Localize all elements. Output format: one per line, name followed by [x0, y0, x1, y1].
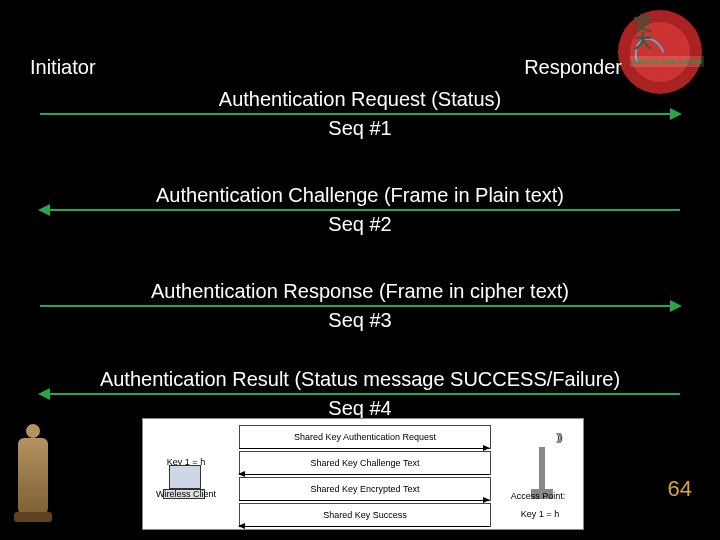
message-2: Authentication Challenge (Frame in Plain…	[40, 184, 680, 236]
message-3-label: Authentication Response (Frame in cipher…	[40, 280, 680, 303]
inset-row-3: Shared Key Encrypted Text	[239, 477, 491, 501]
inset-arrow-left-icon	[239, 526, 489, 527]
inset-arrow-left-icon	[239, 474, 489, 475]
arrow-left-icon	[40, 393, 680, 395]
message-1-label: Authentication Request (Status)	[40, 88, 680, 111]
inset-arrow-right-icon	[239, 448, 489, 449]
logo-line2: 大	[634, 31, 652, 51]
inset-ap-label: Access Point:	[503, 491, 573, 501]
inset-client-label: Wireless Client	[151, 489, 221, 499]
message-4-label: Authentication Result (Status message SU…	[40, 368, 680, 391]
message-3: Authentication Response (Frame in cipher…	[40, 280, 680, 332]
inset-key1-right: Key 1 = h	[505, 509, 575, 519]
page-number: 64	[668, 476, 692, 502]
logo-line1: 交	[634, 13, 652, 33]
inset-diagram: Key 1 = h Wireless Client ))) Access Poi…	[142, 418, 584, 530]
message-3-seq: Seq #3	[40, 309, 680, 332]
inset-row-1: Shared Key Authentication Request	[239, 425, 491, 449]
inset-row-2: Shared Key Challenge Text	[239, 451, 491, 475]
message-2-seq: Seq #2	[40, 213, 680, 236]
arrow-left-icon	[40, 209, 680, 211]
inset-arrow-right-icon	[239, 500, 489, 501]
message-4-seq: Seq #4	[40, 397, 680, 420]
role-responder: Responder	[524, 56, 622, 79]
arrow-right-icon	[40, 113, 680, 115]
slide: 交 大 www.cs.nctu.edu.tw Initiator Respond…	[0, 0, 720, 540]
arrow-right-icon	[40, 305, 680, 307]
role-initiator: Initiator	[30, 56, 96, 79]
message-2-label: Authentication Challenge (Frame in Plain…	[40, 184, 680, 207]
message-1: Authentication Request (Status) Seq #1	[40, 88, 680, 140]
logo-url: www.cs.nctu.edu.tw	[630, 56, 704, 67]
inset-row-4: Shared Key Success	[239, 503, 491, 527]
message-4: Authentication Result (Status message SU…	[40, 368, 680, 420]
logo-glyphs: 交 大	[634, 14, 652, 50]
statue-icon	[18, 438, 48, 516]
message-1-seq: Seq #1	[40, 117, 680, 140]
university-logo: 交 大 www.cs.nctu.edu.tw	[618, 10, 708, 100]
signal-icon: )))	[556, 431, 561, 443]
